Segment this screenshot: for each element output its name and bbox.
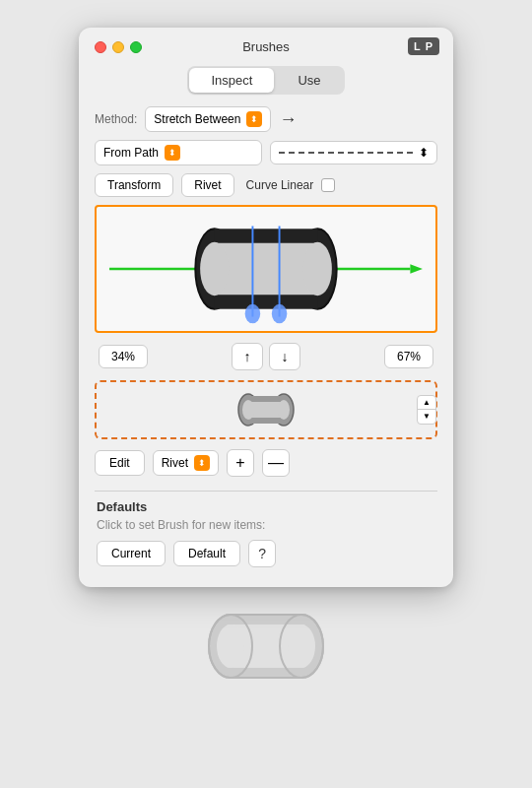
svg-rect-15 (248, 396, 284, 402)
svg-point-11 (245, 304, 261, 323)
rivet-select[interactable]: Rivet ⬍ (153, 450, 219, 476)
left-pct-box[interactable]: 34% (99, 345, 148, 368)
brushes-panel: Brushes L P Inspect Use Method: Stretch … (79, 28, 453, 587)
segmented-control: Inspect Use (79, 66, 453, 95)
defaults-title: Defaults (97, 499, 435, 514)
svg-point-7 (200, 242, 229, 296)
canvas-svg (97, 207, 435, 331)
svg-rect-16 (248, 418, 284, 424)
svg-point-19 (278, 400, 290, 420)
window-title: Brushes (242, 39, 290, 54)
curve-linear-label: Curve Linear (246, 178, 314, 192)
from-path-value: From Path (103, 146, 159, 160)
method-value: Stretch Between (154, 112, 240, 126)
bottom-rivet-icon (207, 611, 325, 682)
down-arrow-button[interactable]: ↓ (269, 343, 300, 370)
method-label: Method: (95, 112, 137, 126)
default-button[interactable]: Default (173, 541, 240, 566)
minimize-button[interactable] (112, 41, 124, 53)
edit-button[interactable]: Edit (95, 450, 145, 476)
use-tab[interactable]: Use (276, 68, 342, 93)
preview-stepper[interactable]: ▲ ▼ (417, 395, 436, 425)
panel-content: Method: Stretch Between ⬍ → From Path ⬍ … (79, 106, 453, 567)
transform-row: Transform Rivet Curve Linear (95, 173, 437, 197)
method-select[interactable]: Stretch Between ⬍ (145, 106, 271, 132)
from-path-row: From Path ⬍ ⬍ (95, 140, 437, 165)
rivet-select-value: Rivet (162, 456, 188, 470)
add-button[interactable]: + (227, 449, 254, 477)
right-pct-box[interactable]: 67% (384, 345, 433, 368)
dash-line (279, 152, 413, 154)
stepper-down-button[interactable]: ▼ (418, 410, 435, 424)
lp-badge[interactable]: L P (408, 37, 439, 55)
remove-button[interactable]: — (262, 449, 290, 477)
large-rivet-svg (207, 611, 325, 682)
method-chevron-icon: ⬍ (246, 111, 262, 127)
defaults-section: Defaults Click to set Brush for new item… (95, 499, 437, 567)
brush-canvas (95, 205, 437, 333)
edit-row: Edit Rivet ⬍ + — (95, 449, 437, 477)
traffic-lights (95, 41, 142, 53)
svg-point-25 (217, 624, 244, 668)
defaults-subtitle: Click to set Brush for new items: (97, 518, 435, 532)
curve-linear-checkbox[interactable] (321, 178, 335, 192)
preview-box: ▲ ▼ (95, 380, 437, 439)
current-button[interactable]: Current (97, 541, 166, 566)
stepper-up-button[interactable]: ▲ (418, 396, 435, 410)
rivet-transform-button[interactable]: Rivet (181, 173, 233, 197)
preview-rivet-icon (236, 392, 296, 427)
from-path-select[interactable]: From Path ⬍ (95, 140, 262, 165)
from-path-chevron-icon: ⬍ (165, 145, 180, 161)
rivet-chevron-icon: ⬍ (194, 455, 210, 471)
title-bar: Brushes L P (79, 28, 453, 62)
dash-chevron-icon: ⬍ (419, 146, 429, 160)
dash-select[interactable]: ⬍ (270, 141, 437, 164)
svg-point-12 (272, 304, 288, 323)
transform-button[interactable]: Transform (95, 173, 173, 197)
arrow-right-icon: → (279, 109, 297, 130)
help-button[interactable]: ? (248, 540, 276, 567)
close-button[interactable] (95, 41, 106, 53)
divider (95, 491, 437, 492)
pct-row: 34% ↑ ↓ 67% (95, 343, 437, 370)
defaults-buttons: Current Default ? (97, 540, 435, 567)
up-arrow-button[interactable]: ↑ (232, 343, 263, 370)
inspect-tab[interactable]: Inspect (189, 68, 274, 93)
svg-point-8 (303, 242, 332, 296)
pct-arrows: ↑ ↓ (232, 343, 300, 370)
svg-point-26 (288, 624, 315, 668)
svg-point-18 (242, 400, 254, 420)
fullscreen-button[interactable] (130, 41, 142, 53)
method-row: Method: Stretch Between ⬍ → (95, 106, 437, 132)
svg-marker-1 (410, 264, 423, 274)
